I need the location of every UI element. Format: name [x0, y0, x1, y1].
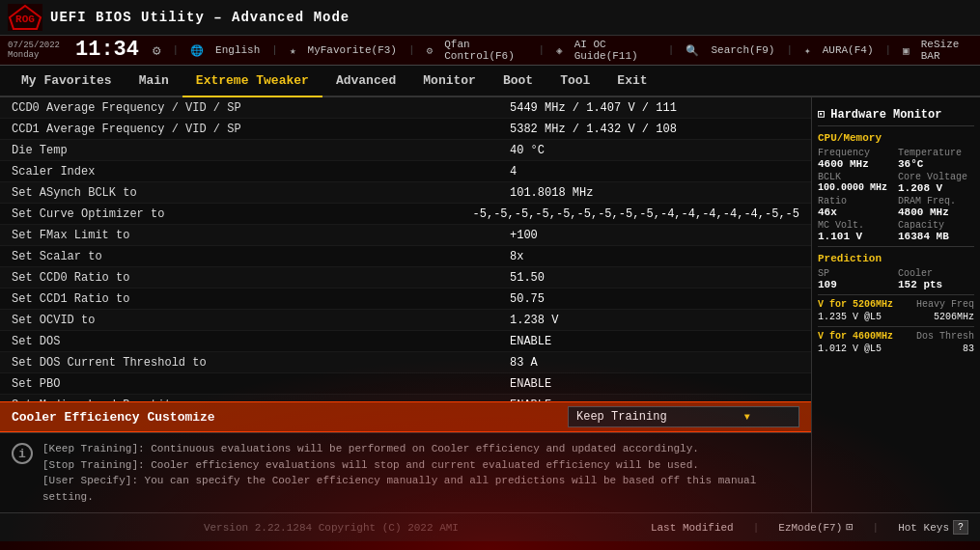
day-text: Monday — [8, 50, 39, 60]
version-text: Version 2.22.1284 Copyright (C) 2022 AMI — [12, 522, 651, 534]
dropdown-value: Keep Training — [576, 410, 667, 424]
setting-name: Set DOS Current Threshold to — [12, 356, 510, 370]
setting-name: Die Temp — [12, 144, 510, 157]
setting-value: 83 A — [510, 356, 799, 370]
table-row[interactable]: Set DOSENABLE — [0, 331, 811, 352]
ratio-label: Ratio — [818, 196, 894, 206]
table-row[interactable]: Set Curve Optimizer to-5,-5,-5,-5,-5,-5,… — [0, 204, 811, 225]
ratio-value: 46x — [818, 206, 894, 218]
temperature-label: Temperature — [898, 148, 974, 158]
myfavorite-item[interactable]: MyFavorite(F3) — [308, 44, 397, 56]
cpu-memory-grid: Frequency 4600 MHz Temperature 36°C BCLK… — [818, 148, 974, 242]
nav-main[interactable]: Main — [126, 66, 182, 96]
pred-row-4600-label: V for 4600MHz Dos Thresh — [818, 331, 974, 342]
aura-item[interactable]: AURA(F4) — [823, 44, 874, 56]
rog-logo-icon: ROG — [8, 4, 42, 31]
setting-value: 1.238 V — [510, 314, 799, 327]
frequency-value: 4600 MHz — [818, 158, 894, 170]
setting-value: 51.50 — [510, 271, 799, 285]
myfavorite-text: MyFavorite(F3) — [308, 44, 397, 56]
core-voltage-value: 1.208 V — [898, 182, 974, 194]
divider-2 — [818, 294, 974, 295]
aioc-item[interactable]: AI OC Guide(F11) — [574, 39, 657, 62]
settings-icon[interactable]: ⚙ — [153, 42, 160, 59]
resize-item[interactable]: ReSize BAR — [921, 39, 972, 62]
core-voltage-label: Core Voltage — [898, 172, 974, 182]
aura-icon: ✦ — [804, 44, 811, 57]
resize-icon: ▣ — [903, 44, 910, 57]
prediction-section-title: Prediction — [818, 253, 974, 264]
dos-thresh-label: Dos Thresh — [916, 331, 974, 342]
hotkeys-button[interactable]: Hot Keys ? — [898, 520, 968, 535]
table-row[interactable]: Set DOS Current Threshold to83 A — [0, 352, 811, 373]
info-box: i [Keep Training]: Continuous evaluation… — [0, 432, 811, 512]
nav-exit[interactable]: Exit — [603, 66, 660, 96]
nav-monitor[interactable]: Monitor — [409, 66, 490, 96]
cooler-pts-label: Cooler — [898, 268, 974, 279]
time-display: 11:34 — [75, 40, 139, 61]
sp-value: 109 — [818, 279, 894, 290]
v-for-5206-value: 1.235 V @L5 — [818, 312, 882, 322]
setting-name: Scaler Index — [12, 165, 510, 179]
nav-advanced[interactable]: Advanced — [322, 66, 409, 96]
setting-value: 5382 MHz / 1.432 V / 108 — [510, 123, 799, 136]
setting-value: 50.75 — [510, 292, 799, 306]
myfavorite-icon: ★ — [290, 44, 296, 57]
table-row[interactable]: Set Scalar to8x — [0, 246, 811, 267]
info-icon: i — [12, 443, 33, 464]
setting-value: 101.8018 MHz — [510, 186, 799, 200]
sp-label: SP — [818, 268, 894, 279]
table-row[interactable]: Set CCD1 Ratio to50.75 — [0, 289, 811, 310]
last-modified-text: Last Modified — [651, 522, 734, 534]
table-row[interactable]: Set CCD0 Ratio to51.50 — [0, 267, 811, 289]
setting-value: 8x — [510, 250, 799, 263]
setting-name: Set DOS — [12, 335, 510, 348]
ezmode-icon: ⊡ — [846, 520, 853, 535]
setting-value: -5,-5,-5,-5,-5,-5,-5,-5,-5,-4,-4,-4,-4,-… — [473, 207, 799, 221]
language-text: English — [215, 44, 260, 56]
v-for-4600-value: 1.012 V @L5 — [818, 344, 882, 354]
table-row[interactable]: Set Medium Load BoostitENABLE — [0, 395, 811, 401]
table-row[interactable]: Set ASynch BCLK to101.8018 MHz — [0, 182, 811, 204]
language-item[interactable]: English — [215, 44, 260, 56]
hw-monitor-title: ⊡ Hardware Monitor — [818, 103, 974, 126]
nav-boot[interactable]: Boot — [490, 66, 546, 96]
ezmode-button[interactable]: EzMode(F7) ⊡ — [778, 520, 853, 535]
setting-name: Set Curve Optimizer to — [12, 207, 473, 221]
ai-icon: ◈ — [556, 44, 563, 57]
table-row[interactable]: CCD1 Average Frequency / VID / SP5382 MH… — [0, 119, 811, 140]
table-row[interactable]: Scaler Index4 — [0, 161, 811, 182]
aioc-text: AI OC Guide(F11) — [574, 39, 657, 62]
nav-extreme-tweaker[interactable]: Extreme Tweaker — [182, 66, 322, 97]
qfan-item[interactable]: Qfan Control(F6) — [444, 39, 526, 62]
capacity-value: 16384 MB — [898, 231, 974, 242]
content-area: CCD0 Average Frequency / VID / SP5449 MH… — [0, 97, 980, 512]
footer-divider-1: | — [753, 522, 760, 534]
fan-icon: ⚙ — [427, 44, 434, 57]
temperature-value: 36°C — [898, 158, 974, 170]
dram-freq-value: 4800 MHz — [898, 206, 974, 218]
nav-tool[interactable]: Tool — [546, 66, 603, 96]
table-row[interactable]: Set PBOENABLE — [0, 373, 811, 395]
last-modified-button[interactable]: Last Modified — [651, 522, 734, 534]
hotkeys-text: Hot Keys — [898, 522, 949, 534]
mc-volt-value: 1.101 V — [818, 231, 894, 242]
search-item[interactable]: Search(F9) — [711, 44, 774, 56]
info-bar: 07/25/2022 Monday 11:34 ⚙ | 🌐 English | … — [0, 36, 980, 65]
pred-row-5206-values: 1.235 V @L5 5206MHz — [818, 312, 974, 322]
cooler-pts-value: 152 pts — [898, 279, 974, 290]
settings-table: CCD0 Average Frequency / VID / SP5449 MH… — [0, 97, 811, 401]
v-for-5206-label: V for 5206MHz — [818, 299, 893, 310]
table-row[interactable]: Die Temp40 °C — [0, 140, 811, 161]
divider-3 — [818, 326, 974, 327]
table-row[interactable]: Set OCVID to1.238 V — [0, 310, 811, 331]
dos-thresh-value: 83 — [963, 344, 974, 354]
table-row[interactable]: CCD0 Average Frequency / VID / SP5449 MH… — [0, 97, 811, 119]
aura-text: AURA(F4) — [823, 44, 874, 56]
footer: Version 2.22.1284 Copyright (C) 2022 AMI… — [0, 512, 980, 541]
search-icon: 🔍 — [686, 44, 699, 57]
nav-my-favorites[interactable]: My Favorites — [8, 66, 126, 96]
cooler-dropdown[interactable]: Keep Training ▼ — [568, 406, 799, 427]
table-row[interactable]: Set FMax Limit to+100 — [0, 225, 811, 246]
nav-bar: My Favorites Main Extreme Tweaker Advanc… — [0, 66, 980, 97]
